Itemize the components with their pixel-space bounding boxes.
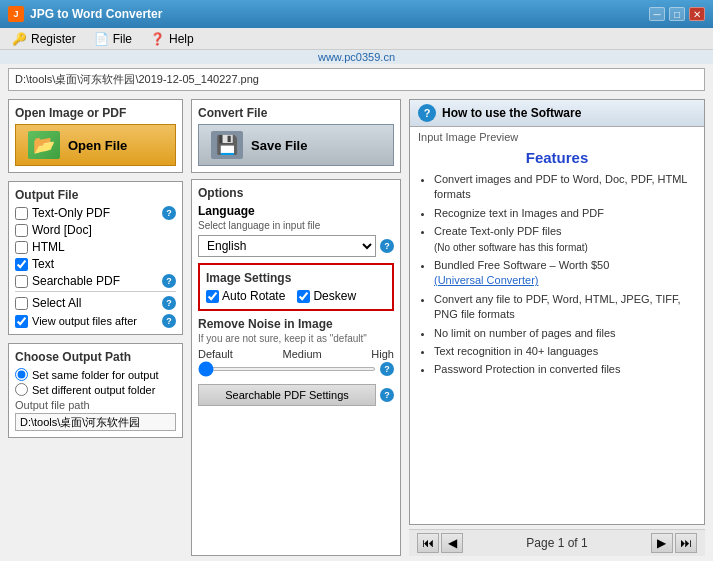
universal-converter-link[interactable]: (Universal Converter) <box>434 274 539 286</box>
open-file-label: Open File <box>68 138 127 153</box>
convert-file-title: Convert File <box>198 106 394 120</box>
noise-slider[interactable] <box>198 367 376 371</box>
radio-same-folder: Set same folder for output <box>15 368 176 381</box>
label-text: Text <box>32 257 54 271</box>
view-output-row: View output files after ? <box>15 314 176 328</box>
menu-file[interactable]: 📄 File <box>86 30 140 48</box>
radio-same-folder-input[interactable] <box>15 368 28 381</box>
checkbox-text[interactable] <box>15 258 28 271</box>
filepath-bar: D:\tools\桌面\河东软件园\2019-12-05_140227.png <box>8 68 705 91</box>
last-page-button[interactable]: ⏭ <box>675 533 697 553</box>
menu-register[interactable]: 🔑 Register <box>4 30 84 48</box>
menu-file-label: File <box>113 32 132 46</box>
label-same-folder: Set same folder for output <box>32 369 159 381</box>
language-row: English Chinese French ? <box>198 235 394 257</box>
language-title: Language <box>198 204 394 218</box>
output-path-title: Choose Output Path <box>15 350 176 364</box>
feature-8: Password Protection in converted files <box>434 362 696 377</box>
window-title: JPG to Word Converter <box>30 7 162 21</box>
label-select-all: Select All <box>32 296 81 310</box>
close-button[interactable]: ✕ <box>689 7 705 21</box>
noise-label-default: Default <box>198 348 233 360</box>
help-icon-noise[interactable]: ? <box>380 362 394 376</box>
save-file-button[interactable]: 💾 Save File <box>198 124 394 166</box>
help-icon-language[interactable]: ? <box>380 239 394 253</box>
label-deskew: Deskew <box>313 289 356 303</box>
open-file-button[interactable]: 📂 Open File <box>15 124 176 166</box>
remove-noise-section: Remove Noise in Image If you are not sur… <box>198 317 394 376</box>
checkbox-text-only-pdf[interactable] <box>15 207 28 220</box>
right-panel: ? How to use the Software Input Image Pr… <box>409 99 705 556</box>
menu-help-label: Help <box>169 32 194 46</box>
label-view-output: View output files after <box>32 315 137 327</box>
convert-file-section: Convert File 💾 Save File <box>191 99 401 173</box>
noise-label-medium: Medium <box>283 348 322 360</box>
deskew-item: Deskew <box>297 289 356 303</box>
how-to-header: ? How to use the Software <box>410 100 704 127</box>
features-title: Features <box>418 149 696 166</box>
left-panel: Open Image or PDF 📂 Open File Output Fil… <box>8 99 183 556</box>
question-icon: ? <box>418 104 436 122</box>
language-select[interactable]: English Chinese French <box>198 235 376 257</box>
noise-slider-row: ? <box>198 362 394 376</box>
help-icon: ❓ <box>150 32 165 46</box>
searchable-row: Searchable PDF Settings ? <box>198 384 394 406</box>
title-bar-left: J JPG to Word Converter <box>8 6 162 22</box>
checkbox-searchable-pdf[interactable] <box>15 275 28 288</box>
maximize-button[interactable]: □ <box>669 7 685 21</box>
register-icon: 🔑 <box>12 32 27 46</box>
image-settings-title: Image Settings <box>206 271 386 285</box>
help-icon-view-output[interactable]: ? <box>162 314 176 328</box>
save-file-label: Save File <box>251 138 307 153</box>
folder-icon: 📂 <box>28 131 60 159</box>
save-icon: 💾 <box>211 131 243 159</box>
minimize-button[interactable]: ─ <box>649 7 665 21</box>
feature-4: Bundled Free Software – Worth $50(Univer… <box>434 258 696 289</box>
searchable-pdf-settings-button[interactable]: Searchable PDF Settings <box>198 384 376 406</box>
help-icon-pdf[interactable]: ? <box>162 206 176 220</box>
navigation-bar: ⏮ ◀ Page 1 of 1 ▶ ⏭ <box>409 529 705 556</box>
menu-help[interactable]: ❓ Help <box>142 30 202 48</box>
middle-panel: Convert File 💾 Save File Options Languag… <box>191 99 401 556</box>
feature-1: Convert images and PDF to Word, Doc, PDF… <box>434 172 696 203</box>
help-icon-searchable-settings[interactable]: ? <box>380 388 394 402</box>
noise-label-high: High <box>371 348 394 360</box>
first-page-button[interactable]: ⏮ <box>417 533 439 553</box>
checkbox-view-output[interactable] <box>15 315 28 328</box>
checkbox-word-doc[interactable] <box>15 224 28 237</box>
prev-page-button[interactable]: ◀ <box>441 533 463 553</box>
checkbox-auto-rotate[interactable] <box>206 290 219 303</box>
help-icon-select-all[interactable]: ? <box>162 296 176 310</box>
option-text: Text <box>15 257 176 271</box>
feature-7: Text recognition in 40+ languages <box>434 344 696 359</box>
radio-different-folder-input[interactable] <box>15 383 28 396</box>
checkbox-select-all[interactable] <box>15 297 28 310</box>
feature-2: Recognize text in Images and PDF <box>434 206 696 221</box>
feature-6: No limit on number of pages and files <box>434 326 696 341</box>
feature-3: Create Text-only PDF files(No other soft… <box>434 224 696 255</box>
watermark-text: www.pc0359.cn <box>318 51 395 63</box>
watermark-bar: www.pc0359.cn <box>0 50 713 64</box>
title-bar: J JPG to Word Converter ─ □ ✕ <box>0 0 713 28</box>
help-icon-searchable[interactable]: ? <box>162 274 176 288</box>
output-path-input[interactable]: D:\tools\桌面\河东软件园 <box>15 413 176 431</box>
preview-label: Input Image Preview <box>410 127 704 145</box>
checkbox-html[interactable] <box>15 241 28 254</box>
divider <box>15 291 176 292</box>
language-subtitle: Select language in input file <box>198 220 394 231</box>
path-label: Output file path <box>15 399 176 411</box>
nav-buttons-left: ⏮ ◀ <box>417 533 463 553</box>
app-icon: J <box>8 6 24 22</box>
options-section: Options Language Select language in inpu… <box>191 179 401 556</box>
main-content: Open Image or PDF 📂 Open File Output Fil… <box>0 95 713 560</box>
option-word-doc: Word [Doc] <box>15 223 176 237</box>
label-text-only-pdf: Text-Only PDF <box>32 206 110 220</box>
auto-rotate-item: Auto Rotate <box>206 289 285 303</box>
label-word-doc: Word [Doc] <box>32 223 92 237</box>
noise-labels: Default Medium High <box>198 348 394 360</box>
image-settings-checks: Auto Rotate Deskew <box>206 289 386 303</box>
checkbox-deskew[interactable] <box>297 290 310 303</box>
next-page-button[interactable]: ▶ <box>651 533 673 553</box>
menu-register-label: Register <box>31 32 76 46</box>
option-text-only-pdf: Text-Only PDF ? <box>15 206 176 220</box>
